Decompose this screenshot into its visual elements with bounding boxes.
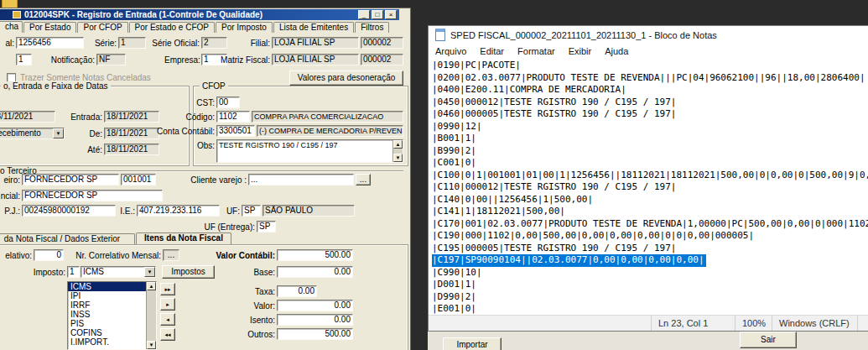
- de-date-field[interactable]: 18/11/2021: [104, 128, 159, 139]
- tab-itens-nota-fiscal[interactable]: Itens da Nota Fiscal: [136, 232, 231, 244]
- notificacao-field[interactable]: NF: [96, 54, 126, 65]
- taxa-field[interactable]: 0.00: [277, 285, 317, 297]
- entrada-label: Entrada:: [64, 112, 102, 123]
- sped-line: |E001|0|: [432, 303, 868, 315]
- scroll-up-icon[interactable]: ▲: [393, 140, 403, 149]
- fornecedor-field[interactable]: FORNECEDOR SP: [22, 174, 119, 185]
- outros-label: Outros:: [245, 330, 275, 340]
- menu-arquivo[interactable]: Arquivo: [429, 44, 473, 59]
- ate-date-field[interactable]: 18/11/2021: [104, 144, 159, 155]
- list-item-iimport[interactable]: I.IMPORT.: [68, 337, 156, 347]
- move-right-icon[interactable]: ▸: [160, 298, 175, 311]
- cnpj-field[interactable]: 00245980000192: [22, 205, 116, 217]
- conta-desc-field: (-) COMPRA DE MERCADORIA P/REVENDA: [257, 125, 403, 137]
- list-item-ipi[interactable]: IPI: [68, 291, 156, 300]
- list-item-inss[interactable]: INSS: [68, 310, 156, 319]
- tab-por-estado[interactable]: Por Estado: [23, 22, 76, 33]
- imposto-dropdown-icon[interactable]: ▼: [144, 267, 155, 277]
- razao-label: ncial:: [0, 191, 20, 201]
- uf-entrega-label: UF (Entrega):: [200, 222, 255, 232]
- cliente-varejo-field[interactable]: ...: [248, 174, 354, 185]
- codigo-field[interactable]: 1102: [216, 111, 250, 123]
- statusbar-spacer: [429, 316, 651, 331]
- sped-line: |D990|2|: [432, 291, 868, 304]
- isento-field[interactable]: 0.00: [277, 314, 353, 326]
- fornecedor-code-field[interactable]: 001001: [121, 174, 156, 185]
- sped-line: |0200|02.03.0077|PRODUTO TESTE DE REVEND…: [432, 72, 868, 85]
- scroll-up-icon[interactable]: ▲: [147, 282, 156, 290]
- sped-line: |C140|0|00||1256456|1|500,00|: [432, 194, 868, 206]
- uf-entrega-field[interactable]: SP: [257, 221, 276, 232]
- tab-dados-nota-fiscal[interactable]: da Nota Fiscal / Dados Exterior: [0, 233, 135, 244]
- cst-field[interactable]: 00: [216, 97, 240, 108]
- sped-line: |B990|2|: [432, 145, 868, 158]
- datas-group-title: o, Entrada e Faixa de Datas: [1, 81, 111, 91]
- scroll-down-icon[interactable]: ▼: [147, 341, 156, 349]
- correlativo-field[interactable]: ...: [163, 249, 179, 261]
- tab-ficha[interactable]: cha: [0, 21, 23, 33]
- notepad-text-area[interactable]: |0190|PC|PACOTE| |0200|02.03.0077|PRODUT…: [429, 59, 868, 315]
- impostos-button[interactable]: Impostos: [162, 265, 215, 279]
- tipo-dropdown-icon[interactable]: ▼: [53, 128, 64, 138]
- matriz-fiscal-label: Matriz Fiscal:: [218, 55, 270, 65]
- fiscal-field[interactable]: 1256456: [16, 37, 84, 49]
- obs-scrollbar[interactable]: ▲ ▼: [392, 140, 403, 162]
- sped-line: |C100|0|1|001001|01|00|1|1256456||181120…: [432, 170, 868, 182]
- base-field[interactable]: 0.00: [277, 266, 353, 278]
- matriz-fiscal-field[interactable]: LOJA FILIAL SP: [272, 54, 359, 65]
- filial-field[interactable]: LOJA FILIAL SP: [272, 37, 359, 49]
- notificacao-label: Notificação:: [49, 55, 95, 65]
- sair-button[interactable]: Sair: [740, 332, 797, 348]
- cliente-varejo-browse-button[interactable]: ...: [356, 174, 371, 185]
- tab-filtros[interactable]: Filtros: [355, 22, 389, 33]
- notepad-menubar: Arquivo Editar Formatar Exibir Ajuda: [429, 44, 868, 59]
- codigo-label: Código:: [173, 112, 215, 123]
- sped-line: |C195|000005|TESTE RGISTRO 190 / C195 / …: [432, 243, 868, 255]
- impostos-listbox[interactable]: ICMS IPI IRRF INSS PIS COFINS I.IMPORT.: [67, 281, 157, 350]
- list-item-icms[interactable]: ICMS: [68, 282, 156, 291]
- sped-line: |0190|PC|PACOTE|: [432, 60, 868, 72]
- matriz-code-field[interactable]: 000002: [361, 54, 403, 65]
- tab-por-imposto[interactable]: Por Imposto: [216, 22, 273, 33]
- filial-code-field[interactable]: 000002: [361, 37, 403, 49]
- cursor-position: Ln 23, Col 1: [651, 316, 735, 331]
- list-item-pis[interactable]: PIS: [68, 319, 156, 328]
- impostos-scrollbar[interactable]: ▲ ▼: [146, 282, 156, 349]
- sped-line: |C001|0|: [432, 157, 868, 170]
- tab-por-cfop[interactable]: Por CFOP: [77, 22, 127, 33]
- entrada-date-field[interactable]: 18/11/2021: [104, 111, 159, 123]
- move-left-icon[interactable]: ◂: [160, 313, 175, 326]
- move-all-left-icon[interactable]: ◂◂: [160, 328, 175, 341]
- tab-lista-de-emitentes[interactable]: Lista de Emitentes: [273, 22, 354, 33]
- terceiro-divider: [39, 170, 403, 171]
- relativo-field[interactable]: 0: [34, 249, 64, 261]
- valor-contabil-field[interactable]: 500.00: [277, 249, 353, 261]
- importar-button[interactable]: Importar: [443, 337, 502, 350]
- tab-por-estado-e-cfop[interactable]: Por Estado e CFOP: [129, 22, 215, 33]
- scroll-down-icon[interactable]: ▼: [393, 154, 403, 162]
- valor-field[interactable]: 0.00: [277, 300, 353, 311]
- uf-field[interactable]: SP: [242, 205, 261, 217]
- valores-desoneracao-button[interactable]: Valores para desoneração: [289, 71, 403, 86]
- list-item-irrf[interactable]: IRRF: [68, 300, 156, 310]
- move-all-right-icon[interactable]: ▸▸: [160, 283, 175, 295]
- menu-ajuda[interactable]: Ajuda: [598, 44, 635, 59]
- outros-field[interactable]: 500.00: [277, 328, 353, 340]
- emissao-date-field[interactable]: 18/11/2021: [0, 111, 55, 123]
- imposto-num-field[interactable]: 1: [67, 266, 80, 278]
- razao-field[interactable]: FORNECEDOR SP: [22, 190, 163, 201]
- serie-field[interactable]: 1: [118, 37, 146, 49]
- list-item-cofins[interactable]: COFINS: [68, 328, 156, 337]
- serie-oficial-field[interactable]: 2: [201, 37, 227, 49]
- notepad-titlebar[interactable]: SPED FISCAL_000002_20211101_20211130_1 -…: [429, 26, 868, 44]
- ie-field[interactable]: 407.219.233.116: [137, 205, 220, 217]
- menu-editar[interactable]: Editar: [473, 44, 511, 59]
- menu-formatar[interactable]: Formatar: [511, 44, 562, 59]
- conta-contabil-field[interactable]: 3300501: [216, 125, 255, 137]
- menu-exibir[interactable]: Exibir: [562, 44, 599, 59]
- seq-field[interactable]: 1: [16, 54, 32, 65]
- sped-line: |C141|1|18112021|500,00|: [432, 206, 868, 218]
- cliente-varejo-label: Cliente varejo :: [188, 175, 247, 185]
- obs-textarea[interactable]: TESTE RGISTRO 190 / C195 / 197: [216, 139, 403, 163]
- filial-label: Filial:: [247, 39, 270, 49]
